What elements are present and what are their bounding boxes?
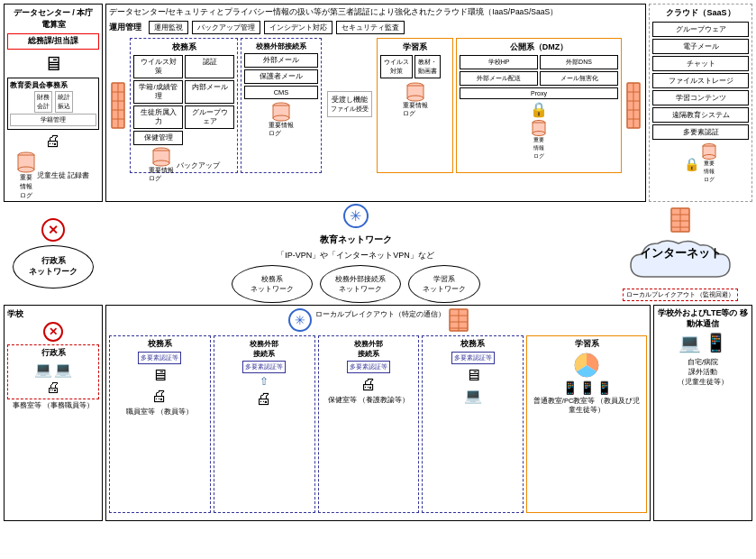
- svg-point-20: [533, 132, 545, 136]
- usb-icon: ⇧: [260, 375, 269, 388]
- school-gakushuu-section: 学習系 📱 📱 📱: [526, 335, 647, 513]
- futsuu-label: 普通教室/PC教室等 （教員及び児童生徒等）: [530, 397, 643, 415]
- ukezuke-label: 受渡し機能 ファイル授受: [327, 91, 372, 117]
- bottom-row: 学校 ✕ 行政系 💻 💻 🖨 事務室等 （事務職員等）: [4, 305, 752, 521]
- komu-item-hoken: 保健管理: [133, 131, 183, 145]
- soumubu-label: 総務課/担当課: [10, 36, 96, 47]
- router-icon-red: ✕: [41, 218, 65, 242]
- saas-email: 電子メール: [652, 39, 749, 54]
- kyoiku-iinkai-box: 教育委員会事務系 財務会計 統計振込 学籍管理: [7, 78, 99, 130]
- svg-point-17: [407, 96, 424, 101]
- tablet-icon-2: 📱: [579, 380, 595, 395]
- komu-db-label: 重要情報ログ: [149, 167, 174, 183]
- laptop-icon-2: 💻: [54, 361, 72, 378]
- school-komu-section: 校務系 多要素認証等 🖥 🖨 職員室等 （教員等）: [109, 335, 211, 513]
- komu2-multi-auth: 多要素認証等: [451, 352, 495, 364]
- shokuin-label: 職員室等 （教員等）: [126, 408, 193, 417]
- mgmt-btn-backup[interactable]: バックアップ管理: [192, 21, 260, 34]
- komu-item-gakuseki: 学籍/成績管理: [133, 80, 183, 104]
- gakushuu-db-icon: 重要情報ログ: [403, 82, 428, 118]
- school-gakushuu-title: 学習系: [575, 339, 599, 350]
- komu-pc-icon: 🖥: [151, 366, 168, 385]
- gakushuu-title: 学習系: [380, 41, 450, 53]
- ext-item-cms: CMS: [244, 86, 318, 99]
- dmz-lock-icon: 🔒: [460, 101, 618, 118]
- saas-db-row: 🔒 重要情報ログ: [652, 143, 749, 184]
- ext-conn-title: 校務外部接続系: [244, 41, 318, 51]
- saas-lock-icon: 🔒: [684, 157, 699, 171]
- dmz-db-row: 重要情報ログ: [460, 120, 618, 160]
- komu-printer-icon: 🖨: [151, 387, 168, 406]
- kyoiku-label: 教育委員会事務系: [10, 80, 96, 90]
- gakushuu-items: ウイルス対策 教材・動画書: [380, 55, 450, 78]
- ext-net-oval: 校務外部接続系 ネットワーク: [320, 265, 401, 303]
- gyousei-network-section: ✕ 行政系 ネットワーク: [4, 204, 103, 303]
- mobile-devices-row: 💻 📱: [657, 332, 749, 353]
- gakushuu-sys: 学習系 ウイルス対策 教材・動画書 重要情報ログ: [377, 38, 453, 173]
- school-komu-ext-section2: 校務外部 接続系 多要素認証等 🖨 保健室等 （養護教諭等）: [318, 335, 420, 513]
- ukezuke-box: 受渡し機能 ファイル授受: [324, 38, 374, 173]
- tablet-icon-1: 📱: [562, 380, 578, 395]
- mgmt-btn-security[interactable]: セキュリティ監査: [336, 21, 405, 34]
- school-router-icon: ✕: [7, 322, 99, 342]
- komu-grid: ウイルス対策 認証 学籍/成績管理 内部メール 生徒所属入力 グループウェア 保…: [133, 55, 234, 145]
- firewall-internet-icon: [669, 206, 691, 234]
- dmz-item-gakkoHP: 学校HP: [460, 55, 538, 69]
- komu-ext-multi-auth1: 多要素認証等: [242, 361, 286, 373]
- mgmt-btn-kanshi[interactable]: 運用監視: [149, 21, 188, 34]
- gakushuu-net-oval: 学習系 ネットワーク: [408, 265, 480, 303]
- komu-ext-multi-auth2: 多要素認証等: [347, 361, 390, 373]
- local-breakout2-label: ローカルブレイクアウト（特定の通信）: [315, 310, 445, 319]
- mobile-panel: 学校外およびLTE等の 移動体通信 💻 📱 自宅/病院 課外活動 （児童生徒等）: [653, 305, 752, 521]
- ukezuke-title: 受渡し機能: [331, 95, 369, 105]
- internet-cloud-container: インターネット: [626, 236, 734, 286]
- systems-row: 校務系 ウイルス対策 認証 学籍/成績管理 内部メール 生徒所属入力 グループウ…: [109, 38, 642, 173]
- ext-item-parent-mail: 保護者メール: [244, 69, 318, 84]
- mobile-phone-icon: 📱: [705, 332, 727, 353]
- sub-label-gakuseki: 学籍管理: [10, 114, 96, 126]
- edu-net-title: 教育ネットワーク: [320, 234, 392, 246]
- school-komu-ext-section1: 校務外部 接続系 多要素認証等 ⇧ 🖨: [214, 335, 315, 513]
- edu-net-subtitle: 「IP-VPN」や「インターネットVPN」など: [277, 250, 434, 261]
- center-panel: データセンター/セキュリティとプライバシー情報の扱い等が第三者認証により強化され…: [105, 4, 646, 202]
- firewall-right: [624, 38, 642, 173]
- komu-sys: 校務系 ウイルス対策 認証 学籍/成績管理 内部メール 生徒所属入力 グループウ…: [130, 38, 238, 173]
- gyousei-printer-icon: 🖨: [11, 380, 96, 396]
- hokenshitsu-label: 保健室等 （養護教諭等）: [328, 396, 409, 405]
- school-label: 学校: [7, 308, 99, 320]
- school-admin-panel: 学校 ✕ 行政系 💻 💻 🖨 事務室等 （事務職員等）: [4, 305, 103, 521]
- pie-chart-icon: [573, 352, 600, 379]
- firewall-left: [109, 38, 127, 173]
- gyousei-network-oval: 行政系 ネットワーク: [13, 245, 94, 289]
- bottom-left-section: 学校 ✕ 行政系 💻 💻 🖨 事務室等 （事務職員等）: [4, 305, 103, 521]
- mobile-laptop-icon: 💻: [679, 332, 701, 353]
- jitaku-label: 自宅/病院 課外活動 （児童生徒等）: [657, 357, 749, 387]
- edu-net-ovals: 校務系 ネットワーク 校務外部接続系 ネットワーク 学習系 ネットワーク: [232, 265, 480, 303]
- ext-db-icon: 重要情報ログ: [269, 102, 294, 138]
- db-label-jido: 重要情報ログ: [20, 173, 32, 200]
- gakushuu-item-kyozai: 教材・動画書: [414, 55, 441, 78]
- school-komu-ext-title: 校務外部 接続系: [250, 339, 278, 359]
- soumubu-box: 総務課/担当課: [7, 33, 99, 50]
- school-komu-title: 校務系: [148, 339, 172, 350]
- right-panel: クラウド（SaaS） グループウェア 電子メール チャット ファイルストレージ …: [649, 4, 752, 202]
- left-panel-title: データセンター / 本庁 電算室: [7, 7, 99, 31]
- main-container: データセンター / 本庁 電算室 総務課/担当課 🖥 教育委員会事務系 財務会計…: [0, 0, 756, 559]
- school-main-panel: ✳ ローカルブレイクアウト（特定の通信） 校務系 多要素認証等 🖥: [105, 305, 651, 521]
- top-row: データセンター / 本庁 電算室 総務課/担当課 🖥 教育委員会事務系 財務会計…: [4, 4, 752, 202]
- saas-chat: チャット: [652, 56, 749, 71]
- school-firewall-icon: [449, 308, 469, 332]
- right-panel-title: クラウド（SaaS）: [652, 7, 749, 19]
- center-panel-title: データセンター/セキュリティとプライバシー情報の扱い等が第三者認証により強化され…: [109, 7, 642, 18]
- dmz-title: 公開系（DMZ）: [460, 41, 618, 53]
- datacenter-computer-icon: 🖥: [7, 52, 99, 76]
- gakushuu-db-row: 重要情報ログ: [380, 82, 450, 118]
- mgmt-btn-incident[interactable]: インシデント対応: [264, 21, 332, 34]
- sub-label-zaimu: 財務会計: [34, 91, 52, 113]
- komu-item-mail: 内部メール: [185, 80, 234, 104]
- dmz-item-proxy: Proxy: [460, 87, 618, 99]
- saas-filestorage: ファイルストレージ: [652, 73, 749, 88]
- komu-item-virus: ウイルス対策: [133, 55, 183, 78]
- gakushuu-db-label: 重要情報ログ: [403, 102, 428, 118]
- saas-db-label: 重要情報ログ: [704, 160, 715, 184]
